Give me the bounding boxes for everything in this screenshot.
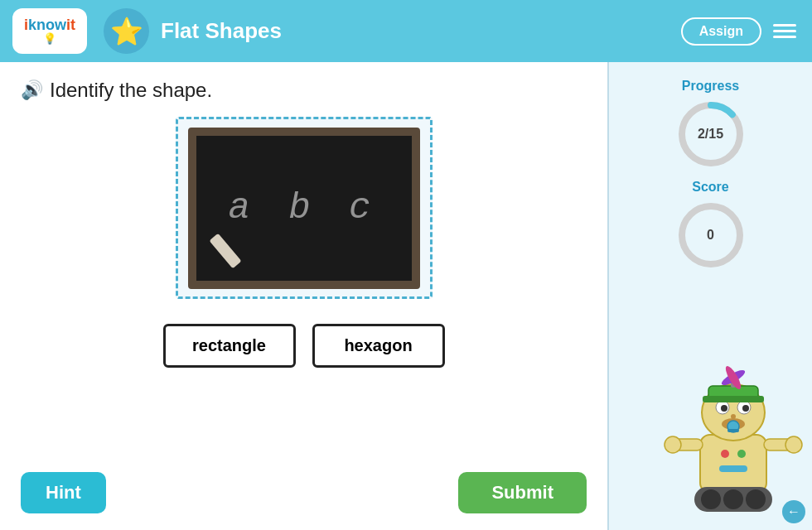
logo-text: iknowit xyxy=(24,17,75,32)
svg-point-28 xyxy=(721,450,729,458)
logo: iknowit 💡 xyxy=(12,8,87,54)
logo-know: know xyxy=(28,17,66,33)
svg-point-22 xyxy=(665,436,681,453)
question-text: Identify the shape. xyxy=(50,79,212,102)
hint-button[interactable]: Hint xyxy=(21,472,106,513)
progress-value: 2/15 xyxy=(698,127,723,142)
menu-line1 xyxy=(773,24,796,26)
progress-block: Progress 2/15 xyxy=(674,79,748,171)
score-ring: 0 xyxy=(674,198,748,272)
lesson-title: Flat Shapes xyxy=(161,18,282,44)
svg-point-9 xyxy=(721,405,727,412)
menu-button[interactable] xyxy=(770,21,800,41)
progress-label: Progress xyxy=(682,79,739,94)
score-block: Score 0 xyxy=(674,180,748,272)
robot-character xyxy=(663,356,804,522)
svg-point-29 xyxy=(737,450,746,458)
robot-svg xyxy=(663,356,804,522)
chalk-abc-text: a b c xyxy=(228,187,379,229)
answer-choices: rectangle hexagon xyxy=(21,324,587,368)
score-value: 0 xyxy=(707,228,714,243)
svg-point-25 xyxy=(701,489,721,509)
menu-line3 xyxy=(773,36,796,38)
sidebar-panel: Progress 2/15 Score 0 xyxy=(609,62,812,530)
lesson-header-star: ⭐ Flat Shapes xyxy=(104,8,282,54)
header-actions: Assign xyxy=(681,17,800,46)
svg-point-27 xyxy=(746,489,766,509)
svg-rect-14 xyxy=(727,429,739,432)
answer-hexagon[interactable]: hexagon xyxy=(312,324,445,368)
score-label: Score xyxy=(692,180,728,195)
image-container: a b c xyxy=(176,117,433,299)
star-icon: ⭐ xyxy=(104,8,149,54)
header: iknowit 💡 ⭐ Flat Shapes Assign xyxy=(0,0,812,62)
svg-rect-16 xyxy=(703,396,764,402)
answer-rectangle[interactable]: rectangle xyxy=(163,324,296,368)
progress-ring: 2/15 xyxy=(674,97,748,171)
back-arrow-button[interactable]: ← xyxy=(782,500,805,523)
sound-icon[interactable]: 🔊 xyxy=(21,80,43,101)
chalkboard-image: a b c xyxy=(188,128,420,289)
main-content: 🔊 Identify the shape. a b c rectangle he… xyxy=(0,62,812,530)
chalk-piece xyxy=(209,233,241,268)
bottom-actions: Hint Submit xyxy=(21,464,587,513)
question-panel: 🔊 Identify the shape. a b c rectangle he… xyxy=(0,62,609,530)
assign-button[interactable]: Assign xyxy=(681,17,761,46)
submit-button[interactable]: Submit xyxy=(458,472,587,513)
svg-rect-30 xyxy=(719,465,747,472)
svg-rect-4 xyxy=(700,435,766,493)
svg-point-26 xyxy=(723,489,743,509)
logo-it: it xyxy=(66,17,75,33)
menu-line2 xyxy=(773,30,796,32)
svg-point-23 xyxy=(785,436,802,453)
question-row: 🔊 Identify the shape. xyxy=(21,79,587,102)
svg-point-10 xyxy=(742,405,749,412)
logo-bulb-icon: 💡 xyxy=(43,32,56,45)
